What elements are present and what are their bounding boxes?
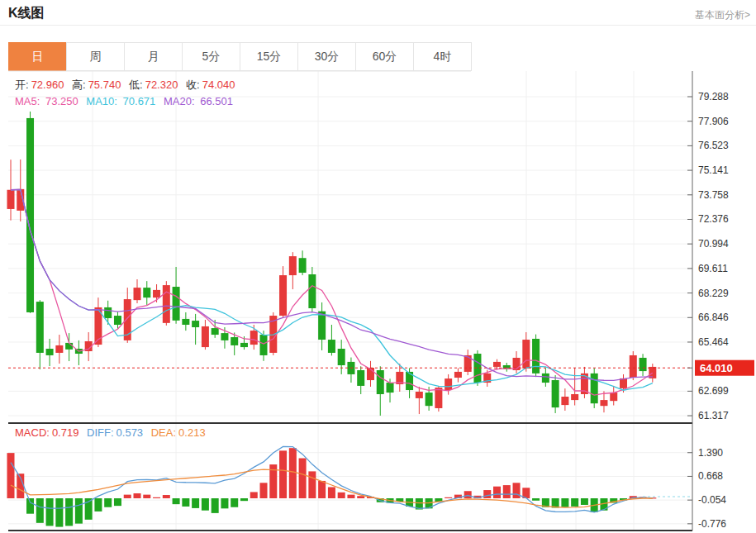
price-axis-label: 68.229 (698, 288, 729, 299)
price-axis-label: 69.611 (698, 263, 728, 274)
candle-body (26, 118, 34, 312)
price-axis-label: 70.994 (698, 238, 729, 250)
price-axis-label: 66.846 (698, 312, 729, 323)
candle-body (7, 190, 15, 209)
macd-histogram-bar (338, 493, 345, 498)
candle-body (173, 287, 180, 321)
candle-body (250, 331, 258, 345)
candle-body (426, 393, 433, 406)
macd-histogram-bar (153, 497, 160, 498)
macd-histogram-bar (212, 498, 219, 513)
macd-histogram-bar (513, 483, 521, 498)
candle-body (630, 355, 637, 378)
price-axis-label: 65.464 (698, 336, 729, 348)
macd-axis-label: -0.776 (698, 518, 726, 530)
candle-body (104, 307, 112, 318)
macd-axis-label: 0.668 (698, 470, 723, 482)
macd-histogram-bar (464, 491, 472, 498)
candle-body (435, 388, 442, 408)
candle-body (600, 400, 607, 406)
candle-body (153, 290, 160, 297)
open-label: 开: (15, 79, 29, 91)
candle-body (542, 374, 549, 383)
dea-value: 0.213 (178, 426, 206, 439)
candle-body (338, 349, 345, 365)
macd-histogram-bar (260, 483, 268, 498)
ohlc-legend: 开:72.960 高:75.740 低:72.320 收:74.040 (15, 78, 240, 93)
candle-body (289, 256, 297, 275)
macd-histogram-bar (36, 498, 44, 523)
candle-body (328, 340, 335, 353)
open-value: 72.960 (31, 79, 64, 91)
candle-body (192, 321, 199, 327)
macd-histogram-bar (347, 495, 354, 498)
macd-histogram-bar (581, 498, 588, 505)
price-axis-label: 61.317 (698, 410, 729, 421)
candle-body (279, 275, 287, 316)
macd-histogram-bar (299, 459, 307, 498)
macd-histogram-bar (134, 493, 141, 498)
price-axis-label: 75.141 (698, 164, 729, 176)
candle-body (46, 349, 54, 355)
macd-histogram-bar (65, 498, 73, 526)
macd-histogram-bar (46, 498, 54, 526)
current-price-label: 64.010 (700, 362, 733, 374)
candle-body (591, 374, 598, 403)
price-axis-label: 62.699 (698, 385, 729, 397)
macd-histogram-bar (571, 498, 578, 507)
candle-body (65, 343, 73, 350)
ma5-label: MA5: (15, 95, 40, 107)
candle-body (163, 285, 170, 323)
macd-histogram-bar (182, 498, 189, 507)
diff-value: 0.573 (116, 426, 144, 439)
candle-body (416, 392, 423, 398)
diff-label: DIFF: (87, 426, 114, 439)
macd-legend: MACD:0.719 DIFF:0.573 DEA:0.213 (15, 426, 211, 439)
macd-histogram-bar (55, 498, 63, 527)
price-axis-label: 73.758 (698, 189, 729, 201)
macd-histogram-bar (104, 498, 112, 507)
candle-body (134, 288, 141, 300)
high-label: 高: (72, 79, 86, 91)
macd-histogram-bar (75, 498, 83, 524)
dea-label: DEA: (151, 426, 176, 439)
price-axis-label: 76.523 (698, 140, 729, 151)
candle-body (231, 337, 238, 345)
macd-value: 0.719 (52, 426, 79, 439)
close-label: 收: (186, 79, 200, 91)
macd-histogram-bar (532, 498, 540, 501)
candle-body (299, 258, 307, 273)
macd-histogram-bar (124, 495, 131, 498)
candle-body (202, 326, 209, 347)
price-axis-label: 79.288 (698, 91, 729, 102)
ma20-label: MA20: (164, 95, 195, 107)
candle-body (357, 370, 364, 386)
macd-histogram-bar (94, 498, 102, 512)
ma10-label: MA10: (86, 95, 117, 107)
macd-histogram-bar (445, 497, 452, 498)
macd-histogram-bar (483, 490, 491, 498)
candle-body (454, 372, 462, 378)
macd-histogram-bar (357, 496, 364, 498)
candle-body (308, 274, 316, 308)
candle-body (493, 362, 501, 367)
candle-body (561, 397, 568, 405)
candle-body (182, 319, 189, 325)
candle-body (240, 343, 248, 347)
candle-body (221, 333, 228, 340)
candle-body (318, 312, 326, 340)
macd-histogram-bar (7, 453, 15, 498)
candle-body (36, 302, 44, 353)
candle-body (260, 335, 268, 355)
candle-body (445, 378, 452, 390)
macd-axis-label: 1.390 (698, 447, 723, 459)
macd-histogram-bar (26, 498, 34, 514)
macd-histogram-bar (308, 471, 316, 498)
high-value: 75.740 (88, 79, 121, 91)
candle-body (143, 288, 150, 297)
macd-histogram-bar (503, 485, 511, 498)
ma10-value: 70.671 (123, 95, 156, 107)
macd-histogram-bar (250, 492, 258, 498)
candle-body (571, 394, 578, 400)
low-value: 72.320 (145, 79, 178, 91)
